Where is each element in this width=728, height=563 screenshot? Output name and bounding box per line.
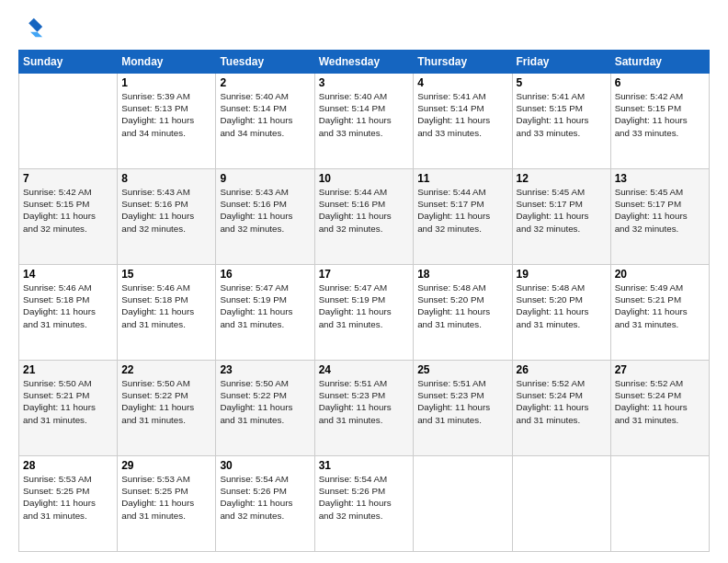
day-number: 10 [319, 172, 410, 185]
day-number: 13 [615, 172, 705, 185]
calendar-cell: 25Sunrise: 5:51 AM Sunset: 5:23 PM Dayli… [414, 361, 512, 456]
day-info: Sunrise: 5:42 AM Sunset: 5:15 PM Dayligh… [615, 90, 705, 139]
calendar-week-1: 7Sunrise: 5:42 AM Sunset: 5:15 PM Daylig… [19, 169, 710, 265]
calendar-week-0: 1Sunrise: 5:39 AM Sunset: 5:13 PM Daylig… [19, 74, 710, 169]
day-number: 11 [417, 172, 507, 185]
day-number: 25 [417, 363, 507, 376]
day-info: Sunrise: 5:48 AM Sunset: 5:20 PM Dayligh… [417, 282, 507, 330]
calendar-header-sunday: Sunday [19, 51, 118, 74]
day-number: 3 [319, 76, 410, 89]
day-number: 1 [121, 76, 211, 89]
calendar-header-thursday: Thursday [414, 51, 512, 74]
calendar-cell: 27Sunrise: 5:52 AM Sunset: 5:24 PM Dayli… [610, 361, 709, 456]
calendar-cell: 10Sunrise: 5:44 AM Sunset: 5:16 PM Dayli… [314, 169, 414, 265]
day-info: Sunrise: 5:46 AM Sunset: 5:18 PM Dayligh… [23, 282, 113, 330]
calendar-cell: 18Sunrise: 5:48 AM Sunset: 5:20 PM Dayli… [414, 265, 512, 361]
day-number: 28 [23, 459, 113, 472]
day-info: Sunrise: 5:41 AM Sunset: 5:15 PM Dayligh… [517, 90, 607, 139]
calendar-cell: 24Sunrise: 5:51 AM Sunset: 5:23 PM Dayli… [314, 361, 414, 456]
calendar-cell: 17Sunrise: 5:47 AM Sunset: 5:19 PM Dayli… [314, 265, 414, 361]
calendar-cell: 13Sunrise: 5:45 AM Sunset: 5:17 PM Dayli… [610, 169, 709, 265]
calendar: SundayMondayTuesdayWednesdayThursdayFrid… [18, 50, 710, 552]
day-info: Sunrise: 5:53 AM Sunset: 5:25 PM Dayligh… [121, 473, 211, 522]
day-info: Sunrise: 5:43 AM Sunset: 5:16 PM Dayligh… [121, 186, 211, 235]
calendar-cell [19, 74, 118, 169]
day-number: 2 [220, 76, 310, 89]
day-info: Sunrise: 5:50 AM Sunset: 5:22 PM Dayligh… [220, 377, 310, 426]
calendar-cell: 22Sunrise: 5:50 AM Sunset: 5:22 PM Dayli… [118, 361, 216, 456]
day-number: 8 [121, 172, 211, 185]
day-number: 14 [23, 268, 113, 281]
day-info: Sunrise: 5:52 AM Sunset: 5:24 PM Dayligh… [517, 377, 607, 426]
calendar-cell: 7Sunrise: 5:42 AM Sunset: 5:15 PM Daylig… [19, 169, 118, 265]
calendar-cell: 12Sunrise: 5:45 AM Sunset: 5:17 PM Dayli… [512, 169, 610, 265]
calendar-header-row: SundayMondayTuesdayWednesdayThursdayFrid… [19, 51, 710, 74]
calendar-week-3: 21Sunrise: 5:50 AM Sunset: 5:21 PM Dayli… [19, 361, 710, 456]
day-number: 15 [121, 268, 211, 281]
day-info: Sunrise: 5:46 AM Sunset: 5:18 PM Dayligh… [121, 282, 211, 330]
day-info: Sunrise: 5:50 AM Sunset: 5:21 PM Dayligh… [23, 377, 113, 426]
day-info: Sunrise: 5:42 AM Sunset: 5:15 PM Dayligh… [23, 186, 113, 235]
day-info: Sunrise: 5:43 AM Sunset: 5:16 PM Dayligh… [220, 186, 310, 235]
day-number: 20 [615, 268, 705, 281]
calendar-cell: 19Sunrise: 5:48 AM Sunset: 5:20 PM Dayli… [512, 265, 610, 361]
calendar-header-monday: Monday [118, 51, 216, 74]
day-info: Sunrise: 5:44 AM Sunset: 5:16 PM Dayligh… [319, 186, 410, 235]
day-number: 9 [220, 172, 310, 185]
day-info: Sunrise: 5:44 AM Sunset: 5:17 PM Dayligh… [417, 186, 507, 235]
calendar-cell: 9Sunrise: 5:43 AM Sunset: 5:16 PM Daylig… [216, 169, 314, 265]
calendar-cell: 1Sunrise: 5:39 AM Sunset: 5:13 PM Daylig… [118, 74, 216, 169]
svg-marker-1 [30, 32, 42, 38]
day-info: Sunrise: 5:51 AM Sunset: 5:23 PM Dayligh… [417, 377, 507, 426]
calendar-cell [414, 456, 512, 552]
calendar-header-wednesday: Wednesday [314, 51, 414, 74]
calendar-cell: 29Sunrise: 5:53 AM Sunset: 5:25 PM Dayli… [118, 456, 216, 552]
calendar-header-saturday: Saturday [610, 51, 709, 74]
calendar-cell: 11Sunrise: 5:44 AM Sunset: 5:17 PM Dayli… [414, 169, 512, 265]
day-info: Sunrise: 5:49 AM Sunset: 5:21 PM Dayligh… [615, 282, 705, 330]
calendar-cell: 5Sunrise: 5:41 AM Sunset: 5:15 PM Daylig… [512, 74, 610, 169]
day-number: 4 [417, 76, 507, 89]
calendar-week-4: 28Sunrise: 5:53 AM Sunset: 5:25 PM Dayli… [19, 456, 710, 552]
day-info: Sunrise: 5:41 AM Sunset: 5:14 PM Dayligh… [417, 90, 507, 139]
day-info: Sunrise: 5:51 AM Sunset: 5:23 PM Dayligh… [319, 377, 410, 426]
day-number: 29 [121, 459, 211, 472]
day-info: Sunrise: 5:45 AM Sunset: 5:17 PM Dayligh… [517, 186, 607, 235]
day-number: 27 [615, 363, 705, 376]
day-info: Sunrise: 5:47 AM Sunset: 5:19 PM Dayligh… [220, 282, 310, 330]
svg-marker-0 [28, 18, 42, 32]
calendar-cell: 8Sunrise: 5:43 AM Sunset: 5:16 PM Daylig… [118, 169, 216, 265]
day-info: Sunrise: 5:50 AM Sunset: 5:22 PM Dayligh… [121, 377, 211, 426]
calendar-cell: 15Sunrise: 5:46 AM Sunset: 5:18 PM Dayli… [118, 265, 216, 361]
calendar-cell: 2Sunrise: 5:40 AM Sunset: 5:14 PM Daylig… [216, 74, 314, 169]
day-number: 7 [23, 172, 113, 185]
day-info: Sunrise: 5:54 AM Sunset: 5:26 PM Dayligh… [220, 473, 310, 522]
logo [18, 15, 48, 40]
calendar-cell: 6Sunrise: 5:42 AM Sunset: 5:15 PM Daylig… [610, 74, 709, 169]
day-number: 30 [220, 459, 310, 472]
calendar-cell: 30Sunrise: 5:54 AM Sunset: 5:26 PM Dayli… [216, 456, 314, 552]
day-number: 26 [517, 363, 607, 376]
day-info: Sunrise: 5:53 AM Sunset: 5:25 PM Dayligh… [23, 473, 113, 522]
calendar-cell: 20Sunrise: 5:49 AM Sunset: 5:21 PM Dayli… [610, 265, 709, 361]
calendar-cell: 21Sunrise: 5:50 AM Sunset: 5:21 PM Dayli… [19, 361, 118, 456]
day-number: 21 [23, 363, 113, 376]
day-number: 23 [220, 363, 310, 376]
day-number: 5 [517, 76, 607, 89]
header [18, 15, 710, 40]
day-info: Sunrise: 5:48 AM Sunset: 5:20 PM Dayligh… [517, 282, 607, 330]
day-number: 22 [121, 363, 211, 376]
page: SundayMondayTuesdayWednesdayThursdayFrid… [0, 0, 728, 563]
day-number: 16 [220, 268, 310, 281]
logo-icon [18, 15, 44, 40]
day-info: Sunrise: 5:40 AM Sunset: 5:14 PM Dayligh… [220, 90, 310, 139]
day-number: 19 [517, 268, 607, 281]
calendar-cell: 23Sunrise: 5:50 AM Sunset: 5:22 PM Dayli… [216, 361, 314, 456]
day-number: 12 [517, 172, 607, 185]
calendar-cell: 3Sunrise: 5:40 AM Sunset: 5:14 PM Daylig… [314, 74, 414, 169]
day-info: Sunrise: 5:47 AM Sunset: 5:19 PM Dayligh… [319, 282, 410, 330]
day-number: 18 [417, 268, 507, 281]
day-number: 31 [319, 459, 410, 472]
calendar-cell: 26Sunrise: 5:52 AM Sunset: 5:24 PM Dayli… [512, 361, 610, 456]
day-number: 17 [319, 268, 410, 281]
